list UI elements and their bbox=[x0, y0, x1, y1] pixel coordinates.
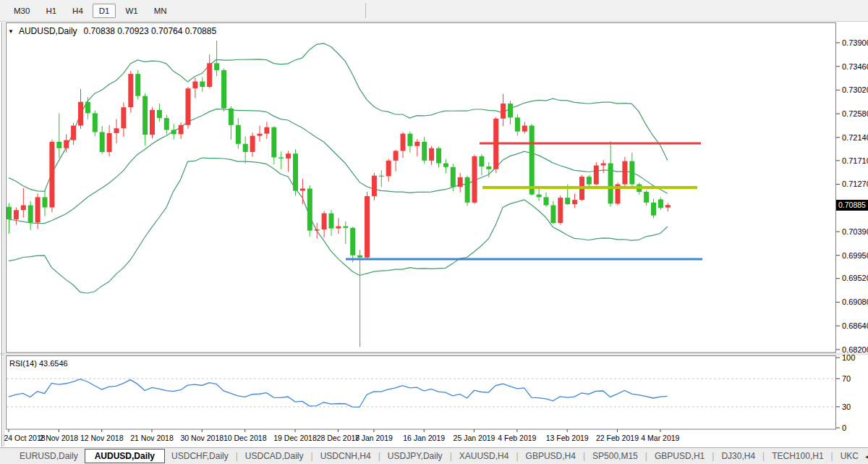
rsi-tick-label: 0 bbox=[842, 423, 846, 432]
tab-usdcnh-h4[interactable]: USDCNH,H4 bbox=[314, 450, 378, 463]
date-tick-label: 4 Mar 2019 bbox=[641, 434, 679, 442]
candle-body bbox=[572, 200, 577, 204]
date-tick-label: 22 Feb 2019 bbox=[596, 434, 639, 442]
candle-body bbox=[64, 140, 69, 148]
candle-body bbox=[550, 206, 556, 224]
tab-gbpusd-h4[interactable]: GBPUSD,H4 bbox=[519, 450, 582, 463]
candle-body bbox=[372, 176, 377, 196]
tab-tech100-h1[interactable]: TECH100,H1 bbox=[765, 450, 830, 463]
rsi-tick-label: 30 bbox=[842, 402, 851, 411]
price-tick-label: 0.72580 bbox=[842, 109, 868, 118]
candle-body bbox=[85, 102, 90, 114]
timeframe-button-m30[interactable]: M30 bbox=[7, 4, 36, 18]
candle-body bbox=[93, 113, 98, 132]
candle-body bbox=[336, 227, 341, 229]
candle-body bbox=[100, 132, 105, 152]
date-tick-label: 10 Dec 2018 bbox=[224, 434, 267, 442]
candle-body bbox=[121, 107, 126, 128]
candle-body bbox=[443, 164, 448, 167]
candle-body bbox=[651, 203, 656, 216]
timeframe-button-h4[interactable]: H4 bbox=[66, 4, 90, 18]
price-tick-label: 0.70390 bbox=[842, 227, 868, 236]
candle-body bbox=[171, 130, 176, 134]
rsi-tick-label: 70 bbox=[842, 374, 851, 383]
candle-body bbox=[307, 189, 312, 231]
candle-body bbox=[329, 214, 334, 229]
price-tick-label: 0.68640 bbox=[842, 321, 868, 330]
candle-body bbox=[186, 88, 191, 125]
tab-usdcad-daily[interactable]: USDCAD,Daily bbox=[239, 450, 310, 463]
candle-body bbox=[250, 136, 255, 152]
tab-gbpusd-h1[interactable]: GBPUSD,H1 bbox=[648, 450, 711, 463]
tab-eurusd-daily[interactable]: EURUSD,Daily bbox=[13, 450, 85, 463]
candle-body bbox=[601, 164, 606, 166]
date-tick-label: 28 Dec 2018 bbox=[317, 434, 360, 442]
tab-scroll-left-icon[interactable]: ◂ bbox=[865, 452, 868, 460]
candle-body bbox=[629, 161, 634, 185]
candle-body bbox=[214, 63, 219, 70]
price-tick-label: 0.71710 bbox=[842, 156, 868, 165]
pane-splitter[interactable] bbox=[0, 353, 868, 355]
price-tick-label: 0.73020 bbox=[842, 85, 868, 94]
candle-body bbox=[207, 63, 212, 87]
date-tick-label: 16 Jan 2019 bbox=[403, 434, 445, 442]
candle-body bbox=[558, 198, 563, 223]
candle-body bbox=[357, 256, 362, 258]
candle-body bbox=[264, 127, 269, 134]
candle-body bbox=[472, 156, 477, 203]
candle-body bbox=[401, 134, 406, 151]
candle-body bbox=[164, 118, 169, 130]
candle-body bbox=[422, 142, 427, 161]
candle-body bbox=[350, 228, 355, 256]
chart-plot-area[interactable]: 0.739000.734600.730200.725800.721400.717… bbox=[0, 0, 868, 464]
candle-body bbox=[587, 177, 592, 184]
tab-ukc[interactable]: UKC bbox=[834, 450, 865, 463]
candle-body bbox=[622, 161, 627, 185]
tab-dj30-h4[interactable]: DJ30,H4 bbox=[715, 450, 762, 463]
candle-body bbox=[515, 117, 520, 131]
date-tick-label: 7 Jan 2019 bbox=[355, 434, 393, 442]
candle-body bbox=[43, 197, 48, 207]
candle-body bbox=[486, 166, 491, 169]
candle-body bbox=[501, 104, 506, 119]
candle-body bbox=[71, 126, 76, 140]
mt4-chart-window: M30H1H4D1W1MN 0.739000.734600.730200.725… bbox=[0, 0, 868, 464]
rsi-indicator-label: RSI(14) 43.6546 bbox=[9, 359, 68, 368]
candle-body bbox=[107, 133, 112, 152]
timeframe-button-d1[interactable]: D1 bbox=[93, 4, 116, 18]
timeframe-button-h1[interactable]: H1 bbox=[39, 4, 63, 18]
candle-body bbox=[436, 148, 441, 164]
candle-body bbox=[179, 125, 184, 135]
timeframe-button-w1[interactable]: W1 bbox=[119, 4, 144, 18]
price-tick-label: 0.69080 bbox=[842, 298, 868, 306]
date-tick-label: 13 Feb 2019 bbox=[546, 434, 589, 442]
symbol-dropdown-icon: ▼ bbox=[8, 28, 14, 35]
candle-body bbox=[479, 156, 484, 166]
candle-body bbox=[544, 197, 549, 205]
tab-scroll-arrows: ◂▸ bbox=[865, 452, 868, 460]
candle-body bbox=[243, 144, 248, 152]
candle-body bbox=[658, 199, 663, 208]
current-price-badge: 0.70885 bbox=[836, 200, 868, 211]
price-tick-label: 0.69950 bbox=[842, 251, 868, 260]
date-tick-label: 30 Nov 2018 bbox=[181, 434, 224, 442]
candle-body bbox=[465, 177, 470, 203]
date-tick-label: 25 Jan 2019 bbox=[454, 434, 495, 442]
tab-audusd-daily[interactable]: AUDUSD,Daily bbox=[85, 449, 165, 463]
price-tick-label: 0.72140 bbox=[842, 133, 868, 142]
tab-xauusd-h4[interactable]: XAUUSD,H4 bbox=[453, 450, 516, 463]
tab-sp500-m15[interactable]: SP500,M15 bbox=[586, 450, 644, 463]
date-tick-label: 21 Nov 2018 bbox=[130, 434, 174, 442]
tab-usdchf-daily[interactable]: USDCHF,Daily bbox=[165, 450, 235, 463]
candle-body bbox=[157, 110, 162, 118]
tab-usdjpy-daily[interactable]: USDJPY,Daily bbox=[381, 450, 449, 463]
timeframe-toolbar: M30H1H4D1W1MN bbox=[0, 0, 868, 22]
timeframe-button-mn[interactable]: MN bbox=[148, 4, 174, 18]
candle-body bbox=[78, 102, 83, 126]
candle-body bbox=[322, 214, 327, 229]
candle-body bbox=[365, 196, 370, 258]
candle-body bbox=[537, 195, 542, 198]
candle-body bbox=[565, 198, 570, 204]
candle-body bbox=[35, 197, 41, 222]
toolbar-separator bbox=[365, 3, 366, 18]
